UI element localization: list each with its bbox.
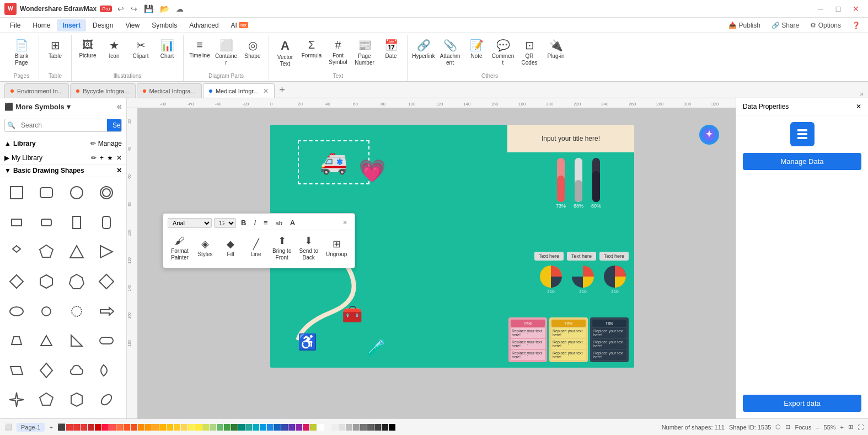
shape-hexagon[interactable] bbox=[34, 269, 58, 294]
color-swatch[interactable] bbox=[310, 424, 317, 431]
color-swatch[interactable] bbox=[145, 424, 152, 431]
shape-square[interactable] bbox=[4, 181, 29, 205]
shape-rhombus[interactable] bbox=[4, 269, 29, 294]
search-button[interactable]: Search bbox=[107, 119, 122, 131]
options-btn[interactable]: ⚙ Options bbox=[807, 20, 844, 30]
color-swatch[interactable] bbox=[339, 424, 345, 431]
shape-leaf[interactable] bbox=[94, 388, 119, 412]
color-swatch[interactable] bbox=[217, 424, 223, 431]
color-swatch[interactable] bbox=[382, 424, 388, 431]
shape-pentagon[interactable] bbox=[34, 240, 58, 264]
tab-medical2[interactable]: Medical Infogr... ✕ bbox=[203, 83, 275, 98]
shape-circle-double[interactable] bbox=[94, 181, 119, 205]
color-swatch[interactable] bbox=[73, 424, 80, 431]
shape-circle-dotted[interactable] bbox=[65, 299, 89, 323]
menu-item-ai[interactable]: AI hot bbox=[226, 19, 254, 31]
shape-kite[interactable] bbox=[34, 358, 58, 383]
page-number-btn[interactable]: 📰 PageNumber bbox=[352, 36, 377, 68]
menu-item-home[interactable]: Home bbox=[27, 19, 56, 31]
color-swatch[interactable] bbox=[331, 424, 338, 431]
fullscreen-icon[interactable]: ⛶ bbox=[858, 424, 864, 431]
color-swatch[interactable] bbox=[124, 424, 130, 431]
folder-icon[interactable]: 📂 bbox=[158, 3, 172, 14]
tab-medical1[interactable]: Medical Infogra... bbox=[137, 83, 202, 98]
color-swatch[interactable] bbox=[281, 424, 288, 431]
color-swatch[interactable] bbox=[353, 424, 360, 431]
shapes-close-btn[interactable]: ✕ bbox=[116, 167, 122, 174]
color-swatch[interactable] bbox=[174, 424, 180, 431]
color-swatch[interactable] bbox=[210, 424, 216, 431]
color-swatch[interactable] bbox=[231, 424, 238, 431]
export-data-btn[interactable]: Export data bbox=[743, 395, 861, 412]
my-library-close-btn[interactable]: ✕ bbox=[116, 154, 122, 162]
ungroup-tool[interactable]: ⊞ Ungroup bbox=[323, 236, 350, 260]
shape-triangle-up[interactable] bbox=[65, 240, 89, 264]
format-painter-tool[interactable]: 🖌 FormatPainter bbox=[168, 233, 192, 263]
shape-rounded-small[interactable] bbox=[34, 210, 58, 235]
close-toolbar-btn[interactable]: ✕ bbox=[340, 217, 350, 228]
shape-rounded-tall[interactable] bbox=[94, 210, 119, 235]
shape-rect-tall[interactable] bbox=[65, 210, 89, 235]
focus-label[interactable]: Focus bbox=[795, 424, 811, 431]
qr-codes-btn[interactable]: ⊡ QRCodes bbox=[517, 36, 542, 68]
color-swatch[interactable] bbox=[88, 424, 94, 431]
share-btn[interactable]: 🔗 Share bbox=[768, 20, 802, 30]
color-swatch[interactable] bbox=[267, 424, 274, 431]
attachment-btn[interactable]: 📎 Attachment bbox=[437, 36, 463, 68]
maximize-btn[interactable]: □ bbox=[831, 3, 846, 14]
italic-btn[interactable]: I bbox=[251, 217, 259, 229]
publish-btn[interactable]: 📤 Publish bbox=[725, 20, 764, 30]
fill-tool[interactable]: ◆ Fill bbox=[218, 236, 243, 260]
page-tab[interactable]: Page-1 bbox=[17, 423, 45, 432]
close-btn[interactable]: ✕ bbox=[848, 3, 864, 14]
shape-right-triangle[interactable] bbox=[65, 328, 89, 353]
shape-triangle-right[interactable] bbox=[94, 240, 119, 264]
shape-trapezoid[interactable] bbox=[4, 328, 29, 353]
my-library-edit-btn[interactable]: ✏ bbox=[91, 154, 97, 162]
date-btn[interactable]: 📅 Date bbox=[378, 36, 404, 62]
color-swatch[interactable] bbox=[167, 424, 173, 431]
add-page-btn[interactable]: + bbox=[49, 424, 52, 431]
color-swatch[interactable] bbox=[116, 424, 123, 431]
align-btn[interactable]: ≡ bbox=[261, 217, 271, 229]
menu-item-view[interactable]: View bbox=[120, 19, 145, 31]
color-swatch[interactable] bbox=[195, 424, 202, 431]
redo-btn[interactable]: ↪ bbox=[128, 3, 140, 14]
container-btn[interactable]: ⬜ Container bbox=[213, 36, 239, 68]
my-library-add-btn[interactable]: + bbox=[100, 154, 104, 162]
shape-btn[interactable]: ◎ Shape bbox=[240, 36, 265, 62]
manage-data-btn[interactable]: Manage Data bbox=[743, 153, 861, 170]
color-swatch[interactable] bbox=[346, 424, 352, 431]
color-swatch[interactable] bbox=[374, 424, 381, 431]
color-swatch[interactable] bbox=[188, 424, 195, 431]
picture-btn[interactable]: 🖼 Picture bbox=[75, 36, 100, 61]
menu-item-symbols[interactable]: Symbols bbox=[146, 19, 183, 31]
shape-hexagon2[interactable] bbox=[65, 388, 89, 412]
color-swatch[interactable] bbox=[324, 424, 331, 431]
color-swatch[interactable] bbox=[367, 424, 374, 431]
shape-circle-small[interactable] bbox=[34, 299, 58, 323]
font-family-select[interactable]: Arial bbox=[168, 218, 212, 228]
color-swatch[interactable] bbox=[238, 424, 245, 431]
menu-item-file[interactable]: File bbox=[4, 19, 26, 31]
color-swatch[interactable] bbox=[389, 424, 395, 431]
zoom-icon-plus[interactable]: + bbox=[840, 424, 844, 431]
color-swatch[interactable] bbox=[260, 424, 266, 431]
font-size-select[interactable]: 12 bbox=[214, 218, 236, 228]
tab-bicycle[interactable]: Bycycle Infogra... bbox=[70, 83, 135, 98]
zoom-icon-minus[interactable]: – bbox=[816, 424, 819, 431]
color-swatch[interactable] bbox=[131, 424, 137, 431]
shape-circle-outline[interactable] bbox=[65, 181, 89, 205]
tab-environment[interactable]: Environment In... bbox=[4, 83, 69, 98]
shape-heptagon[interactable] bbox=[65, 269, 89, 294]
color-swatch[interactable] bbox=[245, 424, 252, 431]
table-btn[interactable]: ⊞ Table bbox=[42, 36, 68, 62]
menu-item-insert[interactable]: Insert bbox=[57, 19, 86, 31]
library-header[interactable]: ▲ Library ✏ Manage bbox=[4, 137, 122, 150]
send-to-back-tool[interactable]: ⬇ Send toBack bbox=[296, 232, 321, 263]
comment-btn[interactable]: 💬 Comment bbox=[490, 36, 516, 68]
cloud-icon[interactable]: ☁ bbox=[174, 3, 186, 14]
bold-btn[interactable]: B bbox=[238, 217, 249, 229]
shape-star4[interactable] bbox=[4, 388, 29, 412]
color-swatch[interactable] bbox=[253, 424, 259, 431]
